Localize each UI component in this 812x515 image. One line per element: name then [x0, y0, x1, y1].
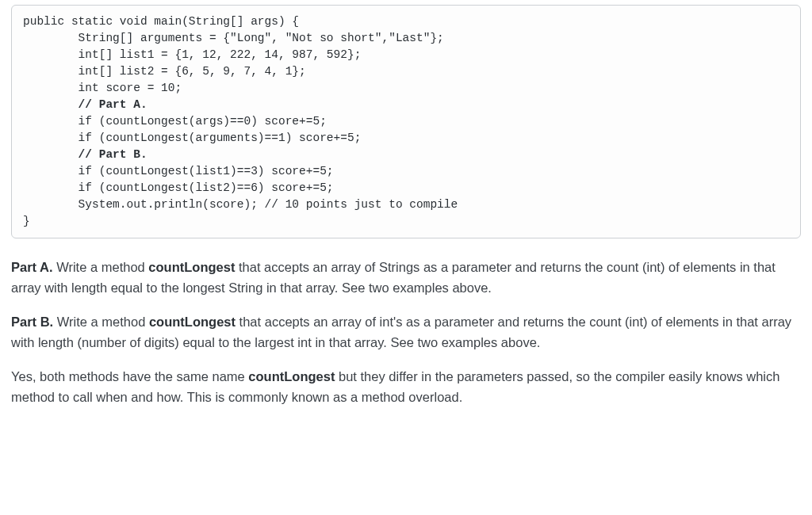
part-b-paragraph: Part B. Write a method countLongest that… — [11, 312, 801, 353]
code-line: int[] list1 = {1, 12, 222, 14, 987, 592}… — [23, 48, 361, 61]
text: Yes, both methods have the same name — [11, 369, 248, 383]
code-line: // Part A. — [23, 98, 147, 111]
code-line: if (countLongest(list2)==6) score+=5; — [23, 181, 334, 194]
code-block: public static void main(String[] args) {… — [11, 5, 801, 238]
code-line: int[] list2 = {6, 5, 9, 7, 4, 1}; — [23, 65, 306, 78]
code-line: public static void main(String[] args) { — [23, 15, 299, 28]
code-line: int score = 10; — [23, 82, 182, 94]
code-line: if (countLongest(args)==0) score+=5; — [23, 115, 327, 128]
code-line: if (countLongest(list1)==3) score+=5; — [23, 165, 334, 177]
code-line: // Part B. — [23, 148, 147, 161]
method-name: countLongest — [149, 315, 236, 329]
method-name: countLongest — [148, 260, 235, 274]
part-b-label: Part B. — [11, 315, 53, 329]
code-line: if (countLongest(arguments)==1) score+=5… — [23, 132, 361, 144]
text: Write a method — [53, 260, 149, 274]
method-name: countLongest — [248, 369, 335, 383]
code-line: } — [23, 215, 30, 227]
part-a-label: Part A. — [11, 260, 53, 274]
code-line: String[] arguments = {"Long", "Not so sh… — [23, 32, 444, 44]
code-line: System.out.println(score); // 10 points … — [23, 198, 458, 211]
overload-paragraph: Yes, both methods have the same name cou… — [11, 367, 801, 407]
text: Write a method — [53, 315, 149, 329]
part-a-paragraph: Part A. Write a method countLongest that… — [11, 258, 801, 298]
